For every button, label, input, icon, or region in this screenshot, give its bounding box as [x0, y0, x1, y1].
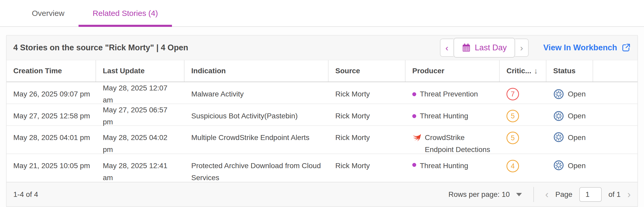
- cell-empty: [593, 82, 637, 106]
- open-status-icon: [553, 160, 564, 171]
- criticality-badge: 7: [506, 88, 519, 100]
- external-link-icon: [621, 43, 631, 52]
- tab-related-stories[interactable]: Related Stories (4): [79, 0, 172, 26]
- page-label: Page: [555, 190, 572, 199]
- page-prev-icon[interactable]: ‹: [545, 190, 549, 199]
- tab-overview-label: Overview: [32, 9, 64, 18]
- panel-header: 4 Stories on the source "Rick Morty" | 4…: [7, 35, 637, 60]
- column-header-criticality[interactable]: Critic... ↓: [500, 60, 546, 82]
- column-header-empty: [593, 60, 637, 82]
- criticality-badge: 5: [506, 132, 519, 144]
- cell-last-update: May 28, 2025 12:07 am: [96, 82, 184, 106]
- cell-producer: Threat Hunting: [406, 154, 500, 190]
- cell-producer: Threat Hunting: [406, 104, 500, 128]
- cell-status: Open: [546, 104, 593, 128]
- stories-panel: 4 Stories on the source "Rick Morty" | 4…: [6, 35, 638, 207]
- crowdstrike-falcon-icon: [412, 133, 421, 142]
- cell-status: Open: [546, 82, 593, 106]
- cell-producer: Threat Prevention: [406, 82, 500, 106]
- purple-ring-icon: [412, 114, 416, 118]
- page-of-label: of 1: [609, 190, 621, 199]
- criticality-badge: 5: [506, 110, 519, 122]
- tab-overview[interactable]: Overview: [18, 0, 79, 26]
- view-in-workbench-label: View In Workbench: [543, 43, 617, 52]
- open-status-icon: [553, 89, 564, 100]
- table-row[interactable]: May 27, 2025 12:58 pm May 27, 2025 06:57…: [7, 104, 637, 126]
- cell-last-update: May 28, 2025 12:41 am: [96, 154, 184, 190]
- cell-status: Open: [546, 154, 593, 190]
- time-range-prev-button[interactable]: ‹: [440, 39, 454, 57]
- status-label: Open: [568, 132, 586, 144]
- cell-empty: [593, 104, 637, 128]
- cell-creation-time: May 27, 2025 12:58 pm: [7, 104, 96, 128]
- cell-criticality: 4: [500, 154, 546, 190]
- column-header-status[interactable]: Status: [546, 60, 593, 82]
- criticality-badge: 4: [506, 160, 519, 172]
- cell-source: Rick Morty: [329, 82, 406, 106]
- table-row[interactable]: May 26, 2025 09:07 pm May 28, 2025 12:07…: [7, 82, 637, 104]
- cell-criticality: 7: [500, 82, 546, 106]
- calendar-icon: [462, 43, 471, 52]
- time-range-control: ‹ Last Day: [440, 38, 529, 58]
- column-header-creation-time[interactable]: Creation Time: [7, 60, 96, 82]
- status-label: Open: [568, 110, 586, 122]
- tab-bar: Overview Related Stories (4): [0, 0, 644, 27]
- view-in-workbench-link[interactable]: View In Workbench: [543, 43, 631, 52]
- cell-indication: Protected Archive Download from Cloud Se…: [184, 154, 329, 190]
- tab-related-stories-label: Related Stories (4): [93, 9, 158, 18]
- cell-last-update: May 27, 2025 06:57 pm: [96, 104, 184, 128]
- column-header-last-update[interactable]: Last Update: [96, 60, 184, 82]
- cell-criticality: 5: [500, 104, 546, 128]
- time-range-button[interactable]: Last Day: [454, 38, 515, 58]
- active-tab-underline: [79, 25, 172, 27]
- table-row[interactable]: May 28, 2025 04:01 pm May 28, 2025 04:02…: [7, 126, 637, 154]
- related-stories-page: Overview Related Stories (4) 4 Stories o…: [0, 0, 644, 207]
- panel-title: 4 Stories on the source "Rick Morty" | 4…: [13, 43, 188, 52]
- row-range-text: 1-4 of 4: [13, 190, 38, 199]
- dropdown-caret-icon: [516, 193, 522, 196]
- sort-desc-icon[interactable]: ↓: [534, 66, 538, 75]
- table-header-row: Creation Time Last Update Indication Sou…: [7, 60, 637, 82]
- rows-per-page-label: Rows per page: 10: [449, 190, 510, 199]
- cell-indication: Suspicious Bot Activity(Pastebin): [184, 104, 329, 128]
- cell-indication: Malware Activity: [184, 82, 329, 106]
- column-header-source[interactable]: Source: [329, 60, 406, 82]
- open-status-icon: [553, 132, 564, 143]
- cell-creation-time: May 26, 2025 09:07 pm: [7, 82, 96, 106]
- rows-per-page-select[interactable]: Rows per page: 10: [449, 190, 522, 199]
- status-label: Open: [568, 160, 586, 172]
- chevron-left-icon: ‹: [445, 43, 448, 52]
- chevron-right-icon: ›: [520, 43, 523, 52]
- pagination: ‹ Page of 1 ›: [545, 187, 631, 202]
- time-range-next-button[interactable]: ›: [515, 39, 529, 57]
- status-label: Open: [568, 88, 586, 100]
- table-row[interactable]: May 21, 2025 10:05 pm May 28, 2025 12:41…: [7, 154, 637, 182]
- cell-empty: [593, 154, 637, 190]
- page-next-icon[interactable]: ›: [627, 190, 631, 199]
- footer-divider: [533, 187, 534, 202]
- purple-ring-icon: [412, 92, 416, 96]
- page-number-input[interactable]: [579, 187, 602, 202]
- cell-source: Rick Morty: [329, 104, 406, 128]
- time-range-label: Last Day: [475, 43, 507, 52]
- open-status-icon: [553, 111, 564, 121]
- cell-source: Rick Morty: [329, 154, 406, 190]
- column-header-producer[interactable]: Producer: [406, 60, 500, 82]
- cell-creation-time: May 21, 2025 10:05 pm: [7, 154, 96, 190]
- column-header-indication[interactable]: Indication: [184, 60, 329, 82]
- purple-ring-icon: [412, 163, 416, 167]
